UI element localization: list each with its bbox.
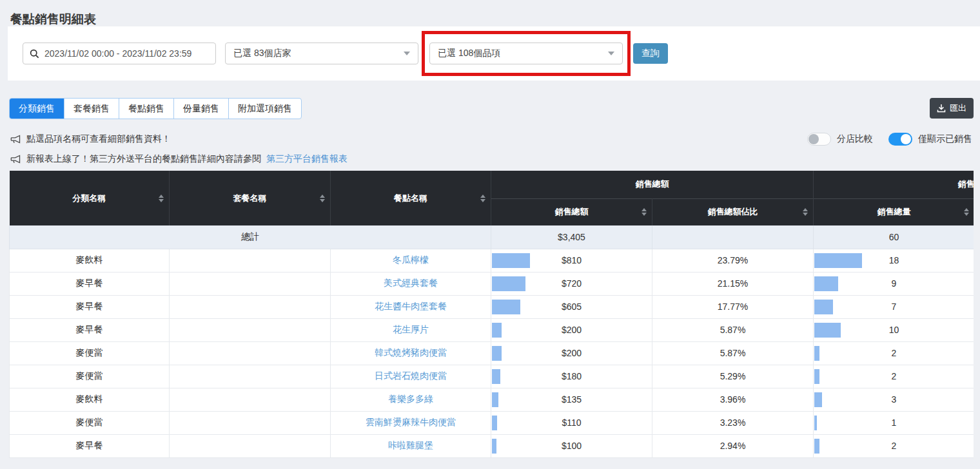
amount-bar bbox=[492, 346, 502, 361]
col-header-amount[interactable]: 銷售總額 bbox=[491, 198, 652, 225]
cell-item: 韓式燒烤豬肉便當 bbox=[331, 341, 491, 365]
item-select-value: 已選 108個品項 bbox=[438, 48, 500, 59]
item-link[interactable]: 美式經典套餐 bbox=[384, 278, 438, 288]
col-header-combo[interactable]: 套餐名稱 bbox=[170, 171, 331, 225]
col-header-category[interactable]: 分類名稱 bbox=[10, 171, 170, 225]
cell-quantity: 7 bbox=[814, 295, 974, 318]
cell-quantity: 2 bbox=[814, 434, 974, 457]
sort-icon[interactable] bbox=[803, 208, 808, 216]
sort-icon[interactable] bbox=[642, 208, 647, 216]
amount-bar bbox=[492, 416, 497, 430]
cell-amount-share: 21.15% bbox=[652, 272, 814, 295]
cell-category: 麥早餐 bbox=[10, 295, 170, 318]
only-sold-label: 僅顯示已銷售 bbox=[918, 133, 972, 145]
tab-category-sales[interactable]: 分類銷售 bbox=[10, 99, 64, 119]
item-link[interactable]: 雲南鮮燙麻辣牛肉便當 bbox=[366, 417, 456, 427]
cell-amount-share: 5.29% bbox=[652, 365, 814, 388]
notice-text: 新報表上線了！第三方外送平台的餐點銷售詳細內容請參閱 bbox=[26, 153, 261, 165]
cell-quantity: 3 bbox=[814, 388, 974, 411]
total-amount-share bbox=[652, 225, 814, 249]
cell-amount: $110 bbox=[491, 411, 652, 434]
quantity-bar bbox=[814, 253, 862, 268]
tab-portion-sales[interactable]: 份量銷售 bbox=[174, 99, 229, 119]
item-link[interactable]: 花生厚片 bbox=[393, 324, 429, 334]
cell-item: 花生醬牛肉堡套餐 bbox=[331, 295, 491, 318]
cell-item: 花生厚片 bbox=[331, 318, 491, 341]
amount-bar bbox=[492, 276, 525, 291]
report-tabs: 分類銷售 套餐銷售 餐點銷售 份量銷售 附加選項銷售 bbox=[9, 98, 302, 119]
item-link[interactable]: 日式岩石燒肉便當 bbox=[375, 370, 447, 381]
amount-bar bbox=[492, 392, 498, 407]
cell-category: 麥便當 bbox=[10, 341, 170, 365]
sales-table: 分類名稱 套餐名稱 餐點名稱 銷售總額 銷售總量 銷售總額 bbox=[9, 171, 974, 458]
cell-category: 麥便當 bbox=[10, 365, 170, 388]
cell-amount-share: 2.94% bbox=[652, 434, 814, 457]
export-label: 匯出 bbox=[950, 102, 966, 114]
cell-amount: $200 bbox=[491, 341, 652, 365]
sort-icon[interactable] bbox=[159, 195, 164, 202]
table-row: 麥早餐花生厚片$2005.87%10 bbox=[10, 318, 974, 341]
cell-amount: $200 bbox=[491, 318, 652, 341]
cell-amount: $100 bbox=[491, 434, 652, 457]
item-select[interactable]: 已選 108個品項 bbox=[429, 43, 623, 64]
page-title: 餐點銷售明細表 bbox=[0, 0, 980, 26]
download-icon bbox=[937, 104, 946, 113]
megaphone-icon bbox=[10, 155, 21, 164]
col-header-item[interactable]: 餐點名稱 bbox=[331, 171, 491, 225]
branch-compare-toggle[interactable] bbox=[807, 133, 831, 146]
sort-icon[interactable] bbox=[480, 195, 485, 202]
quantity-bar bbox=[814, 323, 841, 338]
cell-item: 冬瓜檸檬 bbox=[331, 249, 491, 272]
cell-quantity: 1 bbox=[814, 411, 974, 434]
total-label: 總計 bbox=[10, 225, 491, 249]
cell-combo bbox=[170, 249, 331, 272]
quantity-bar bbox=[814, 439, 819, 454]
tab-combo-sales[interactable]: 套餐銷售 bbox=[64, 99, 119, 119]
date-range-input[interactable]: 2023/11/02 00:00 - 2023/11/02 23:59 bbox=[23, 43, 216, 64]
cell-item: 雲南鮮燙麻辣牛肉便當 bbox=[331, 411, 491, 434]
item-link[interactable]: 韓式燒烤豬肉便當 bbox=[375, 347, 447, 358]
cell-quantity: 18 bbox=[814, 249, 974, 272]
tab-addon-sales[interactable]: 附加選項銷售 bbox=[229, 99, 301, 119]
highlight-box: 已選 108個品項 bbox=[422, 31, 631, 76]
cell-amount-share: 5.87% bbox=[652, 318, 814, 341]
table-row: 麥早餐花生醬牛肉堡套餐$60517.77%7 bbox=[10, 295, 974, 318]
item-link[interactable]: 咔啦雞腿堡 bbox=[388, 440, 433, 450]
cell-category: 麥飲料 bbox=[10, 249, 170, 272]
quantity-bar bbox=[814, 369, 819, 384]
cell-amount: $720 bbox=[491, 272, 652, 295]
search-button[interactable]: 查詢 bbox=[633, 43, 668, 64]
store-select[interactable]: 已選 83個店家 bbox=[225, 43, 418, 64]
item-link[interactable]: 花生醬牛肉堡套餐 bbox=[375, 301, 447, 311]
table-row: 麥便當韓式燒烤豬肉便當$2005.87%2 bbox=[10, 341, 974, 365]
chevron-down-icon bbox=[608, 52, 614, 55]
cell-amount: $135 bbox=[491, 388, 652, 411]
item-link[interactable]: 養樂多多綠 bbox=[388, 394, 433, 404]
cell-combo bbox=[170, 365, 331, 388]
table-row: 麥飲料冬瓜檸檬$81023.79%18 bbox=[10, 249, 974, 272]
cell-amount-share: 3.23% bbox=[652, 411, 814, 434]
only-sold-toggle[interactable] bbox=[888, 133, 912, 146]
export-button[interactable]: 匯出 bbox=[930, 98, 974, 119]
table-row: 麥早餐咔啦雞腿堡$1002.94%2 bbox=[10, 434, 974, 457]
notice-hint: 點選品項名稱可查看細部銷售資料！ bbox=[10, 133, 171, 145]
cell-combo bbox=[170, 388, 331, 411]
cell-category: 麥早餐 bbox=[10, 434, 170, 457]
quantity-bar bbox=[814, 416, 817, 430]
sort-icon[interactable] bbox=[320, 195, 325, 202]
sort-icon[interactable] bbox=[964, 208, 969, 216]
cell-amount-share: 5.87% bbox=[652, 341, 814, 365]
cell-amount-share: 23.79% bbox=[652, 249, 814, 272]
cell-amount-share: 17.77% bbox=[652, 295, 814, 318]
cell-item: 美式經典套餐 bbox=[331, 272, 491, 295]
megaphone-icon bbox=[10, 135, 21, 144]
col-header-quantity[interactable]: 銷售總量 bbox=[814, 198, 974, 225]
col-header-amount-share[interactable]: 銷售總額佔比 bbox=[652, 198, 814, 225]
tab-meal-sales[interactable]: 餐點銷售 bbox=[119, 99, 174, 119]
third-party-report-link[interactable]: 第三方平台銷售報表 bbox=[266, 153, 348, 165]
quantity-bar bbox=[814, 276, 838, 291]
item-link[interactable]: 冬瓜檸檬 bbox=[393, 254, 429, 265]
quantity-bar bbox=[814, 300, 833, 314]
cell-combo bbox=[170, 318, 331, 341]
table-row: 麥早餐美式經典套餐$72021.15%9 bbox=[10, 272, 974, 295]
